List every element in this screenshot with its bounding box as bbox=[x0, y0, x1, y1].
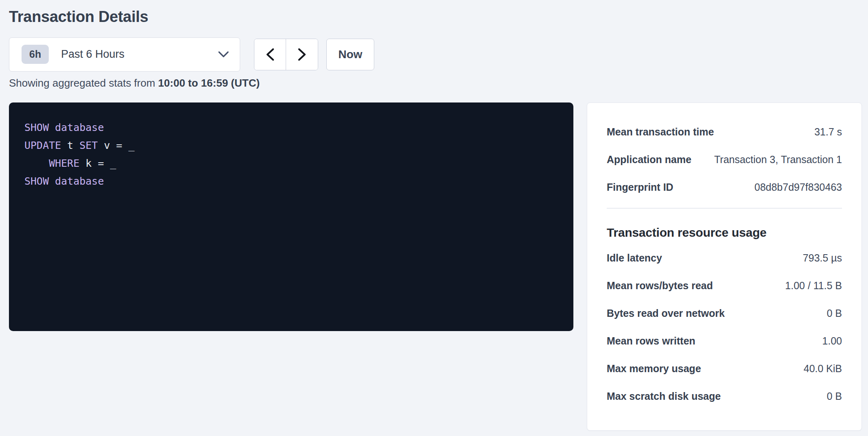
stat-row: Application name Transaction 3, Transact… bbox=[607, 146, 842, 174]
stat-label: Max memory usage bbox=[607, 363, 701, 375]
sql-statement-box: SHOW databaseUPDATE t SET v = _ WHERE k … bbox=[9, 102, 573, 331]
aggregation-note: Showing aggregated stats from 10:00 to 1… bbox=[9, 77, 862, 89]
stat-value: 40.0 KiB bbox=[803, 363, 842, 375]
stat-row: Bytes read over network 0 B bbox=[607, 300, 842, 327]
stat-value: 08d8b7d97f830463 bbox=[754, 181, 842, 193]
now-button[interactable]: Now bbox=[326, 39, 374, 70]
stat-row: Mean rows/bytes read 1.00 / 11.5 B bbox=[607, 272, 842, 300]
chevron-left-icon bbox=[265, 48, 275, 61]
prev-time-button[interactable] bbox=[254, 39, 286, 70]
stat-label: Fingerprint ID bbox=[607, 181, 673, 193]
stat-value: 31.7 s bbox=[814, 126, 842, 138]
stat-row: Fingerprint ID 08d8b7d97f830463 bbox=[607, 174, 842, 201]
stat-label: Mean rows written bbox=[607, 335, 695, 347]
stat-label: Mean transaction time bbox=[607, 126, 714, 138]
time-nav-group bbox=[254, 39, 318, 70]
stat-row: Mean rows written 1.00 bbox=[607, 327, 842, 355]
aggregation-note-prefix: Showing aggregated stats from bbox=[9, 77, 158, 89]
main-content: SHOW databaseUPDATE t SET v = _ WHERE k … bbox=[9, 102, 862, 431]
stat-label: Bytes read over network bbox=[607, 307, 725, 319]
stat-label: Mean rows/bytes read bbox=[607, 280, 713, 292]
stat-row: Max memory usage 40.0 KiB bbox=[607, 355, 842, 383]
stat-value: 1.00 bbox=[822, 335, 842, 347]
stat-row: Mean transaction time 31.7 s bbox=[607, 118, 842, 146]
time-range-picker[interactable]: 6h Past 6 Hours bbox=[9, 37, 240, 72]
stat-value: Transaction 3, Transaction 1 bbox=[714, 154, 842, 166]
card-divider bbox=[607, 208, 842, 209]
stat-value: 0 B bbox=[827, 390, 842, 402]
stat-value: 0 B bbox=[827, 307, 842, 319]
chevron-right-icon bbox=[297, 48, 307, 61]
stat-label: Max scratch disk usage bbox=[607, 390, 721, 402]
transaction-details-page: Transaction Details 6h Past 6 Hours bbox=[0, 0, 868, 436]
resource-usage-heading: Transaction resource usage bbox=[607, 226, 842, 240]
stat-value: 1.00 / 11.5 B bbox=[785, 280, 842, 292]
time-controls: 6h Past 6 Hours bbox=[9, 37, 862, 72]
time-range-label: Past 6 Hours bbox=[61, 48, 124, 61]
stat-row: Max scratch disk usage 0 B bbox=[607, 383, 842, 410]
stat-label: Application name bbox=[607, 154, 691, 166]
stat-label: Idle latency bbox=[607, 252, 662, 264]
next-time-button[interactable] bbox=[286, 39, 318, 70]
transaction-stats-card: Mean transaction time 31.7 s Application… bbox=[587, 102, 862, 431]
stat-value: 793.5 µs bbox=[803, 252, 842, 264]
chevron-down-icon bbox=[218, 51, 229, 58]
time-range-badge: 6h bbox=[22, 45, 49, 64]
aggregation-range: 10:00 to 16:59 (UTC) bbox=[158, 77, 260, 89]
stat-row: Idle latency 793.5 µs bbox=[607, 244, 842, 272]
page-title: Transaction Details bbox=[9, 8, 862, 26]
